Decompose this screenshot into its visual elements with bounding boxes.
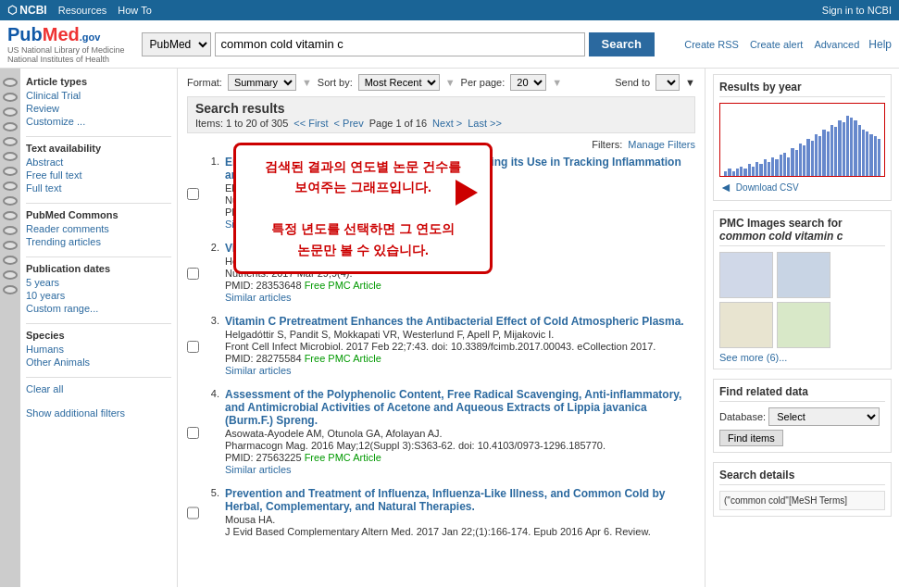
- chart-bar[interactable]: [771, 157, 774, 176]
- sidebar-item-customize[interactable]: Customize ...: [26, 116, 171, 127]
- next-page-link[interactable]: Next >: [432, 118, 462, 129]
- chart-bar[interactable]: [834, 127, 837, 176]
- article-3-checkbox[interactable]: [187, 317, 199, 377]
- chart-bar[interactable]: [783, 153, 786, 176]
- year-chart[interactable]: [719, 103, 885, 177]
- see-more-link[interactable]: See more (6)...: [719, 352, 787, 363]
- chart-bar[interactable]: [799, 144, 802, 176]
- annotation-arrow: [456, 180, 478, 206]
- search-input[interactable]: [215, 32, 585, 56]
- pmc-image-4[interactable]: [777, 302, 830, 348]
- article-3-similar[interactable]: Similar articles: [225, 365, 292, 376]
- sort-select[interactable]: Most Recent: [358, 74, 440, 91]
- clear-all-link[interactable]: Clear all: [26, 383, 171, 394]
- chart-bar[interactable]: [838, 120, 841, 176]
- chart-bar[interactable]: [822, 130, 825, 176]
- create-rss-link[interactable]: Create RSS: [684, 39, 739, 50]
- chart-bar[interactable]: [806, 139, 809, 176]
- article-2-checkbox[interactable]: [187, 244, 199, 304]
- chart-bar[interactable]: [764, 159, 767, 176]
- sidebar-item-humans[interactable]: Humans: [26, 344, 171, 355]
- chart-bar[interactable]: [740, 167, 743, 176]
- article-4-title-link[interactable]: Assessment of the Polyphenolic Content, …: [225, 388, 681, 427]
- chart-bar[interactable]: [775, 159, 778, 176]
- article-4-similar[interactable]: Similar articles: [225, 464, 292, 475]
- chart-bar[interactable]: [815, 134, 818, 176]
- sidebar-item-custom-range[interactable]: Custom range...: [26, 303, 171, 314]
- chart-bar[interactable]: [874, 136, 877, 176]
- advanced-link[interactable]: Advanced: [814, 39, 859, 50]
- create-alert-link[interactable]: Create alert: [750, 39, 803, 50]
- sidebar-item-5years[interactable]: 5 years: [26, 277, 171, 288]
- chart-bar[interactable]: [866, 131, 868, 176]
- pmc-image-1[interactable]: [719, 252, 773, 298]
- help-link[interactable]: Help: [868, 38, 892, 51]
- pmc-image-3[interactable]: [719, 302, 773, 348]
- chart-bar[interactable]: [846, 116, 849, 176]
- chart-bar[interactable]: [803, 145, 805, 176]
- signin-link[interactable]: Sign in to NCBI: [822, 5, 892, 16]
- chart-bar[interactable]: [850, 118, 853, 176]
- chart-bar[interactable]: [830, 125, 833, 176]
- sidebar-item-full-text[interactable]: Full text: [26, 182, 171, 194]
- article-types-title: Article types: [26, 76, 171, 87]
- sidebar-item-abstract[interactable]: Abstract: [26, 156, 171, 168]
- first-page-link[interactable]: << First: [293, 118, 328, 129]
- sidebar-item-reader-comments[interactable]: Reader comments: [26, 223, 171, 234]
- chart-left-arrow[interactable]: ◄: [719, 180, 732, 194]
- chart-bar[interactable]: [818, 136, 821, 176]
- chart-bar[interactable]: [728, 169, 730, 176]
- chart-bar[interactable]: [748, 164, 751, 176]
- database-select[interactable]: PubMed: [142, 32, 211, 56]
- chart-bar[interactable]: [768, 162, 770, 176]
- chart-bar[interactable]: [780, 155, 782, 176]
- article-1-checkbox[interactable]: [187, 157, 199, 231]
- chart-bar[interactable]: [827, 131, 830, 176]
- article-2-similar[interactable]: Similar articles: [225, 292, 292, 303]
- table-row: 3. Vitamin C Pretreatment Enhances the A…: [187, 315, 695, 377]
- chart-bar[interactable]: [724, 171, 727, 176]
- chart-bar[interactable]: [743, 169, 746, 176]
- download-csv-link[interactable]: Download CSV: [736, 182, 799, 193]
- chart-bar[interactable]: [755, 162, 758, 176]
- chart-bar[interactable]: [869, 134, 872, 176]
- last-page-link[interactable]: Last >>: [468, 118, 502, 129]
- article-3-title-link[interactable]: Vitamin C Pretreatment Enhances the Anti…: [225, 315, 684, 328]
- show-additional-filters-link[interactable]: Show additional filters: [26, 407, 171, 419]
- search-button[interactable]: Search: [589, 32, 655, 56]
- article-5-title-link[interactable]: Prevention and Treatment of Influenza, I…: [225, 487, 665, 513]
- sidebar-item-review[interactable]: Review: [26, 103, 171, 114]
- format-select[interactable]: Summary: [228, 74, 296, 91]
- sidebar-item-clinical-trial[interactable]: Clinical Trial: [26, 90, 171, 101]
- howto-link[interactable]: How To: [118, 5, 151, 16]
- chart-bar[interactable]: [811, 141, 814, 176]
- chart-bar[interactable]: [878, 139, 880, 176]
- find-items-button[interactable]: Find items: [719, 430, 783, 446]
- chart-bar[interactable]: [787, 157, 790, 176]
- chart-bar[interactable]: [862, 130, 865, 176]
- chart-bar[interactable]: [854, 120, 856, 176]
- chart-bar[interactable]: [791, 148, 793, 176]
- chart-bar[interactable]: [858, 125, 861, 176]
- sidebar-item-other-animals[interactable]: Other Animals: [26, 357, 171, 368]
- resources-link[interactable]: Resources: [58, 5, 107, 16]
- sidebar-item-free-full-text[interactable]: Free full text: [26, 169, 171, 181]
- chart-bar[interactable]: [759, 164, 762, 176]
- chart-bar[interactable]: [736, 169, 739, 176]
- article-4-checkbox[interactable]: [187, 390, 199, 476]
- results-nav: Items: 1 to 20 of 305 << First < Prev Pa…: [195, 118, 687, 129]
- sidebar-item-trending[interactable]: Trending articles: [26, 236, 171, 247]
- manage-filters-link[interactable]: Manage Filters: [628, 139, 695, 150]
- pmc-image-2[interactable]: [777, 252, 830, 298]
- chart-bar[interactable]: [843, 122, 845, 176]
- send-to-select[interactable]: [656, 74, 680, 91]
- prev-page-link[interactable]: < Prev: [334, 118, 364, 129]
- chart-bar[interactable]: [752, 167, 755, 176]
- sidebar-item-10years[interactable]: 10 years: [26, 290, 171, 301]
- chart-bar[interactable]: [732, 171, 735, 176]
- per-page-select[interactable]: 20: [510, 74, 546, 91]
- text-availability-title: Text availability: [26, 143, 171, 154]
- article-5-checkbox[interactable]: [187, 489, 199, 537]
- related-db-select[interactable]: Select: [768, 407, 880, 426]
- chart-bar[interactable]: [795, 150, 798, 176]
